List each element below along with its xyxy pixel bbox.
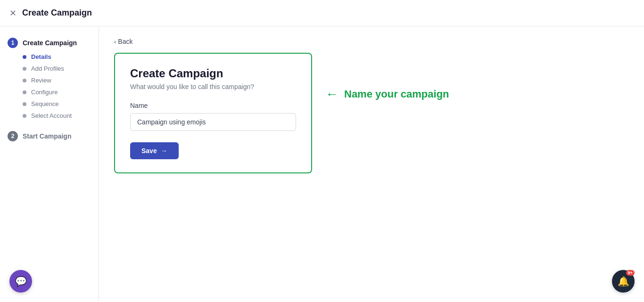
dot-review [23, 79, 26, 82]
main-layout: 1 Create Campaign Details Add Profiles R… [0, 26, 644, 302]
card-title: Create Campaign [130, 67, 296, 80]
step-2: 2 Start Campaign [8, 131, 91, 141]
add-profiles-label: Add Profiles [31, 65, 64, 72]
step-1-label: Create Campaign [23, 39, 77, 47]
configure-label: Configure [31, 89, 58, 96]
dot-details [23, 55, 26, 59]
campaign-name-input[interactable] [130, 113, 296, 131]
details-label: Details [31, 53, 51, 60]
step-1: 1 Create Campaign [8, 38, 91, 48]
step-2-number: 2 [8, 131, 18, 141]
back-chevron-icon: ‹ [114, 38, 116, 45]
dot-add-profiles [23, 67, 26, 71]
header-title: Create Campaign [22, 8, 92, 18]
back-link-label: Back [118, 38, 132, 45]
notification-badge: 9+ [626, 270, 635, 276]
dot-sequence [23, 102, 26, 106]
save-button-label: Save [141, 147, 157, 155]
annotation-text: Name your campaign [344, 88, 449, 100]
chat-icon: 💬 [15, 276, 27, 287]
step-1-number: 1 [8, 38, 18, 48]
sidebar: 1 Create Campaign Details Add Profiles R… [0, 26, 99, 302]
sidebar-item-configure[interactable]: Configure [23, 86, 91, 98]
sidebar-item-add-profiles[interactable]: Add Profiles [23, 63, 91, 74]
campaign-card: Create Campaign What would you like to c… [114, 53, 312, 173]
chat-bubble[interactable]: 💬 [9, 270, 32, 293]
sidebar-item-details[interactable]: Details [23, 51, 91, 63]
save-button[interactable]: Save → [130, 142, 179, 159]
name-field-label: Name [130, 102, 296, 109]
select-account-label: Select Account [31, 112, 72, 119]
step-2-section: 2 Start Campaign [8, 131, 91, 141]
sidebar-item-review[interactable]: Review [23, 74, 91, 86]
save-arrow-icon: → [161, 147, 167, 155]
annotation: ← Name your campaign [325, 88, 449, 101]
content-area: ‹ Back Create Campaign What would you li… [99, 26, 644, 302]
dot-select-account [23, 114, 26, 118]
step-1-sub-items: Details Add Profiles Review Configure Se… [23, 51, 91, 122]
back-link[interactable]: ‹ Back [114, 38, 629, 45]
bell-icon: 🔔 [618, 276, 629, 287]
step-1-section: 1 Create Campaign Details Add Profiles R… [8, 38, 91, 122]
review-label: Review [31, 77, 51, 84]
close-icon[interactable]: ✕ [9, 8, 17, 18]
annotation-arrow-icon: ← [325, 88, 339, 101]
dot-configure [23, 90, 26, 94]
sequence-label: Sequence [31, 100, 59, 107]
step-2-label: Start Campaign [23, 132, 71, 140]
card-subtitle: What would you like to call this campaig… [130, 83, 296, 90]
header: ✕ Create Campaign [0, 0, 644, 26]
notification-bell[interactable]: 🔔 9+ [612, 270, 635, 293]
sidebar-item-sequence[interactable]: Sequence [23, 98, 91, 110]
sidebar-item-select-account[interactable]: Select Account [23, 110, 91, 122]
